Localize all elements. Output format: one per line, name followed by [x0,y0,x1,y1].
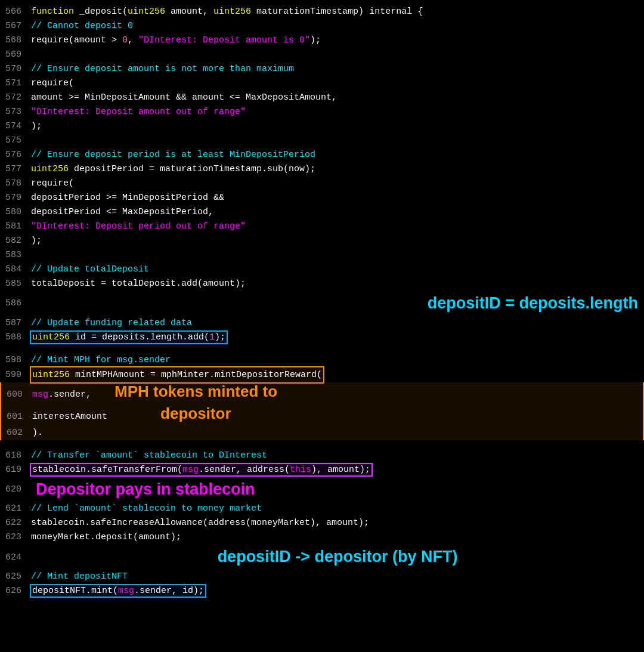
line-625: 625 // Mint depositNFT [0,570,644,584]
orange-box-lines: 600 msg.sender, MPH tokens minted to 601… [0,382,644,440]
line-598: 598 // Mint MPH for msg.sender [0,353,644,367]
line-618: 618 // Transfer `amount` stablecoin to D… [0,449,644,463]
annotation-depositid-length: depositID = deposits.length [428,291,644,316]
line-568: 568 require(amount > 0, "DInterest: Depo… [0,33,644,48]
line-582: 582 ); [0,234,644,248]
line-574: 574 ); [0,119,644,134]
orange-highlight-group: 599 uint256 mintMPHAmount = mphMinter.mi… [0,367,644,440]
line-622: 622 stablecoin.safeIncreaseAllowance(add… [0,516,644,530]
annotation-depositor-pays: Depositor pays in stablecoin [31,480,255,498]
line-576: 576 // Ensure deposit period is at least… [0,148,644,162]
line-577: 577 uint256 depositPeriod = maturationTi… [0,162,644,177]
line-572: 572 amount >= MinDepositAmount && amount… [0,91,644,105]
code-container: 566 function _deposit(uint256 amount, ui… [0,0,644,603]
line-581: 581 "DInterest: Deposit period out of ra… [0,220,644,234]
annotation-mph-tokens: MPH tokens minted to [114,382,277,400]
line-584: 584 // Update totalDeposit [0,262,644,277]
line-599: 599 uint256 mintMPHAmount = mphMinter.mi… [0,367,644,382]
line-569: 569 [0,48,644,62]
line-626: 626 depositNFT.mint(msg.sender, id); [0,584,644,598]
section-gap-1 [0,345,644,353]
line-571: 571 require( [0,76,644,91]
line-586: 586 depositID = deposits.length [0,291,644,316]
line-601: 601 interestAmount depositor [1,401,643,425]
line-585: 585 totalDeposit = totalDeposit.add(amou… [0,277,644,291]
line-575: 575 [0,134,644,148]
line-578: 578 require( [0,177,644,191]
line-570: 570 // Ensure deposit amount is not more… [0,62,644,76]
line-600: 600 msg.sender, MPH tokens minted to [1,382,643,401]
line-579: 579 depositPeriod >= MinDepositPeriod && [0,191,644,205]
line-621: 621 // Lend `amount` stablecoin to money… [0,502,644,516]
line-619: 619 stablecoin.safeTransferFrom(msg.send… [0,463,644,477]
line-624: 624 depositID -> depositor (by NFT) [0,545,644,570]
section-gap-2 [0,440,644,449]
line-583: 583 [0,248,644,262]
line-587: 587 // Update funding related data [0,316,644,330]
line-620: 620 Depositor pays in stablecoin [0,477,644,502]
line-573: 573 "DInterest: Deposit amount out of ra… [0,105,644,119]
line-623: 623 moneyMarket.deposit(amount); [0,530,644,545]
line-566: 566 function _deposit(uint256 amount, ui… [0,5,644,19]
line-567: 567 // Cannot deposit 0 [0,19,644,33]
annotation-depositid-nft: depositID -> depositor (by NFT) [218,545,458,570]
line-580: 580 depositPeriod <= MaxDepositPeriod, [0,205,644,220]
line-588: 588 uint256 id = deposits.length.add(1); [0,330,644,345]
line-602: 602 ). [1,426,643,440]
